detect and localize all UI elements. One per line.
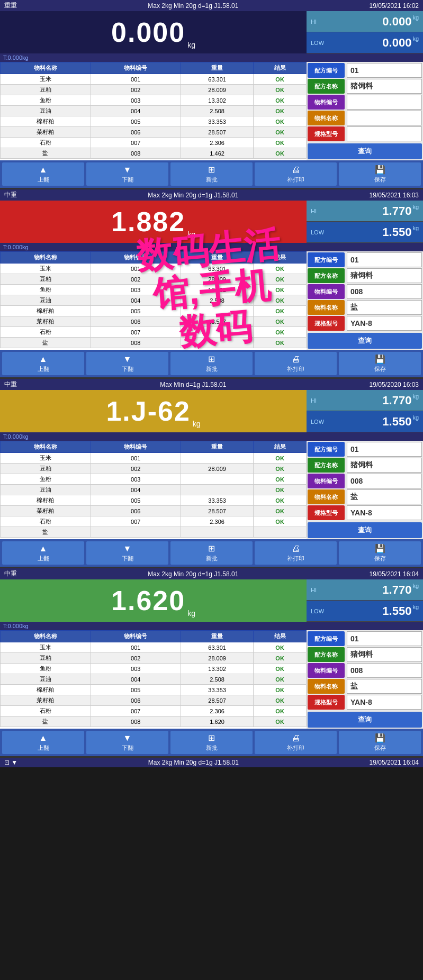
info-label-button[interactable]: 规格型号: [308, 505, 345, 520]
status-center: Max Min d=1g J1.58.01: [160, 381, 226, 388]
main-display: 0.000kg HI 0.000 kg LOW 0.000 kg: [0, 11, 423, 53]
table-cell: 33.353: [181, 495, 254, 506]
info-label-button[interactable]: 配方编号: [308, 252, 345, 267]
info-label-button[interactable]: 配方编号: [308, 442, 345, 457]
action-button-下翻[interactable]: ▼下翻: [86, 541, 168, 565]
table-cell: 豆粕: [1, 85, 91, 95]
low-label: LOW: [311, 229, 326, 235]
screen-panel-3: 中重 Max Min d=1g J1.58.01 19/05/2020 16:0…: [0, 379, 423, 568]
table-header: 物料名称: [1, 252, 91, 264]
query-button[interactable]: 查询: [308, 143, 422, 159]
info-label-button[interactable]: 规格型号: [308, 695, 345, 710]
info-row-1: 配方名称猪饲料: [308, 79, 422, 94]
action-button-补打印[interactable]: 🖨补打印: [255, 541, 337, 565]
info-row-0: 配方编号01: [308, 63, 422, 78]
action-button-新批[interactable]: ⊞新批: [170, 541, 253, 565]
info-value: YAN-8: [347, 316, 422, 331]
info-label-button[interactable]: 配方编号: [308, 63, 345, 78]
info-label-button[interactable]: 物料编号: [308, 95, 345, 110]
table-row: 石粉0072.306OK: [1, 706, 307, 716]
action-button-补打印[interactable]: 🖨补打印: [255, 352, 337, 375]
info-label-button[interactable]: 配方名称: [308, 458, 345, 473]
info-row-0: 配方编号01: [308, 631, 422, 646]
action-button-下翻[interactable]: ▼下翻: [86, 162, 168, 186]
table-row: 玉米00163.301OK: [1, 642, 307, 653]
table-cell: 003: [91, 664, 181, 674]
action-button-补打印[interactable]: 🖨补打印: [255, 731, 337, 754]
info-label-button[interactable]: 规格型号: [308, 316, 345, 331]
action-label: 下翻: [122, 744, 133, 752]
action-button-新批[interactable]: ⊞新批: [170, 162, 253, 186]
action-button-保存[interactable]: 💾保存: [339, 352, 421, 375]
table-row: 棉籽粕00533.353OK: [1, 685, 307, 695]
action-icon: ▲: [39, 165, 48, 175]
info-label-button[interactable]: 物料名称: [308, 489, 345, 504]
table-header: 物料编号: [91, 62, 181, 74]
table-cell: 石粉: [1, 138, 91, 148]
action-icon: 🖨: [292, 733, 300, 743]
table-cell: 001: [91, 74, 181, 85]
info-label-button[interactable]: 物料编号: [308, 663, 345, 678]
table-header: 结果: [254, 62, 307, 74]
action-button-上翻[interactable]: ▲上翻: [2, 352, 84, 375]
low-label: LOW: [311, 40, 326, 46]
action-button-上翻[interactable]: ▲上翻: [2, 731, 84, 754]
info-value: 008: [347, 284, 422, 299]
info-label-button[interactable]: 配方名称: [308, 79, 345, 94]
info-label-button[interactable]: 物料编号: [308, 284, 345, 299]
action-icon: ▲: [39, 544, 48, 553]
table-cell: [181, 453, 254, 464]
hi-label: HI: [311, 208, 326, 214]
info-panel: 配方编号01配方名称猪饲料物料编号008物料名称盐规格型号YAN-8查询: [307, 251, 423, 350]
table-cell: 玉米: [1, 74, 91, 85]
table-cell: OK: [254, 285, 307, 295]
action-button-下翻[interactable]: ▼下翻: [86, 352, 168, 375]
table-cell: OK: [254, 485, 307, 495]
table-row: 盐0081.620OK: [1, 716, 307, 727]
action-button-新批[interactable]: ⊞新批: [170, 352, 253, 375]
info-label-button[interactable]: 物料编号: [308, 474, 345, 488]
info-row-1: 配方名称猪饲料: [308, 268, 422, 283]
status-bar: 重重 Max 2kg Min 20g d=1g J1.58.01 19/05/2…: [0, 0, 423, 11]
low-unit: kg: [412, 414, 419, 421]
query-button[interactable]: 查询: [308, 333, 422, 349]
query-button[interactable]: 查询: [308, 522, 422, 538]
info-label-button[interactable]: 配方名称: [308, 268, 345, 283]
table-cell: OK: [254, 264, 307, 274]
action-button-保存[interactable]: 💾保存: [339, 541, 421, 565]
action-button-上翻[interactable]: ▲上翻: [2, 541, 84, 565]
table-cell: 004: [91, 485, 181, 495]
action-button-补打印[interactable]: 🖨补打印: [255, 162, 337, 186]
action-icon: ▲: [39, 355, 48, 364]
table-cell: OK: [254, 464, 307, 474]
status-right: 19/05/2021 16:02: [370, 2, 419, 10]
info-label-button[interactable]: 物料名称: [308, 300, 345, 315]
table-cell: OK: [254, 516, 307, 527]
info-value: 008: [347, 663, 422, 678]
info-label-button[interactable]: 物料名称: [308, 111, 345, 125]
info-label-button[interactable]: 配方编号: [308, 631, 345, 646]
table-cell: 001: [91, 264, 181, 274]
action-button-保存[interactable]: 💾保存: [339, 731, 421, 754]
table-cell: 豆粕: [1, 464, 91, 474]
table-row: 豆油0042.508OK: [1, 106, 307, 116]
table-cell: [181, 485, 254, 495]
info-panel: 配方编号01配方名称猪饲料物料编号008物料名称盐规格型号YAN-8查询: [307, 441, 423, 539]
info-row-4: 规格型号YAN-8: [308, 695, 422, 710]
hi-low-display: HI 0.000 kg LOW 0.000 kg: [307, 11, 423, 53]
query-button[interactable]: 查询: [308, 712, 422, 728]
table-cell: 001: [91, 642, 181, 653]
data-table: 物料名称物料编号重量结果玉米00163.301OK豆粕00228.009OK鱼粉…: [0, 251, 307, 350]
info-label-button[interactable]: 规格型号: [308, 126, 345, 141]
action-label: 上翻: [38, 555, 49, 562]
info-label-button[interactable]: 物料名称: [308, 679, 345, 694]
action-button-上翻[interactable]: ▲上翻: [2, 162, 84, 186]
weight-value: 1.882: [111, 206, 185, 238]
action-button-保存[interactable]: 💾保存: [339, 162, 421, 186]
action-button-下翻[interactable]: ▼下翻: [86, 731, 168, 754]
low-value: 1.550: [382, 604, 411, 618]
action-button-新批[interactable]: ⊞新批: [170, 731, 253, 754]
info-label-button[interactable]: 配方名称: [308, 647, 345, 662]
table-cell: 005: [91, 495, 181, 506]
hi-row: HI 1.770 kg: [307, 579, 423, 601]
